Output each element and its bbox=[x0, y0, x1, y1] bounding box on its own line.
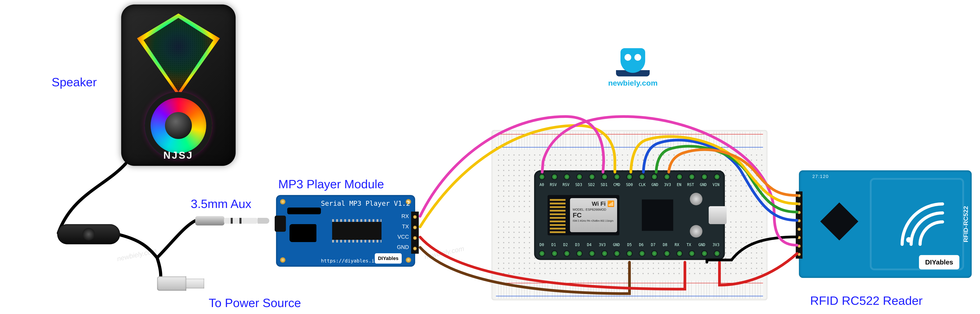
watermark: newbiely.com bbox=[424, 245, 465, 261]
mp3-player-module: Serial MP3 Player V1.2 RX TX VCC GND htt… bbox=[276, 195, 415, 267]
nodemcu-pinlabels-bottom: D0D1D2D3D43V3GNDD5D6D7D8RXTXGND3V3 bbox=[539, 243, 719, 248]
rfid-rc522-module: 27:120 DIYables RFID-RC522 bbox=[799, 170, 972, 278]
label-rfid: RFID RC522 Reader bbox=[810, 293, 923, 308]
diyables-logo: DIYables bbox=[919, 255, 959, 270]
nodemcu-pins-bottom bbox=[539, 249, 719, 258]
nodemcu-esp8266: A0RSVRSVSD3SD2SD1CMDSD0CLKGND3V3ENRSTGND… bbox=[534, 170, 725, 260]
wifi-antenna-icon bbox=[550, 197, 565, 233]
inline-volume-control bbox=[57, 224, 120, 244]
mp3-title: Serial MP3 Player V1.2 bbox=[321, 200, 410, 207]
mfrc522-chip-icon bbox=[820, 202, 858, 241]
speaker-cable bbox=[0, 0, 314, 314]
fcc-icon: FC bbox=[573, 211, 614, 219]
sd-slot-icon bbox=[287, 208, 321, 214]
aux-jack-icon bbox=[275, 216, 286, 232]
reset-button bbox=[690, 193, 702, 205]
flash-button bbox=[690, 225, 702, 238]
logo-text: newbiely.com bbox=[608, 79, 657, 87]
rfid-waves-icon bbox=[889, 190, 956, 258]
breadboard-rail-bottom bbox=[496, 281, 763, 298]
esp-spec: ISM 2.4GHz PA +25dBm 802.11b/g/n bbox=[573, 219, 614, 222]
svg-point-0 bbox=[906, 237, 912, 243]
mp3-ic-chip-icon bbox=[332, 222, 382, 240]
newbiely-logo: newbiely.com bbox=[608, 48, 657, 87]
esp-shield: Wi Fi 📶 MODEL: ESP8266MOD FC ISM 2.4GHz … bbox=[570, 198, 617, 232]
owl-icon bbox=[620, 48, 645, 73]
rfid-header-pins bbox=[796, 192, 802, 258]
mp3-header-pins bbox=[411, 212, 419, 254]
breadboard-rail-top bbox=[496, 132, 763, 150]
micro-usb-port-icon bbox=[709, 206, 727, 224]
esp8266-module: Wi Fi 📶 MODEL: ESP8266MOD FC ISM 2.4GHz … bbox=[547, 195, 619, 235]
wifi-label: Wi Fi bbox=[592, 200, 606, 207]
rfid-side-text: RFID-RC522 bbox=[962, 184, 970, 265]
rfid-top-number: 27:120 bbox=[812, 174, 829, 179]
nodemcu-pins-top bbox=[539, 172, 719, 182]
mp3-url: https://diyables.io/ bbox=[321, 258, 380, 263]
usb-serial-chip-icon bbox=[642, 200, 673, 231]
usb-a-plug bbox=[157, 274, 204, 292]
mp3-pin-labels: RX TX VCC GND bbox=[397, 211, 409, 252]
aux-3-5mm-plug bbox=[195, 215, 269, 227]
esp-model: MODEL: ESP8266MOD bbox=[573, 208, 614, 211]
diyables-logo: DIYables bbox=[375, 253, 402, 263]
nodemcu-pinlabels-top: A0RSVRSVSD3SD2SD1CMDSD0CLKGND3V3ENRSTGND… bbox=[539, 182, 719, 188]
audio-out-block-icon bbox=[290, 224, 317, 242]
